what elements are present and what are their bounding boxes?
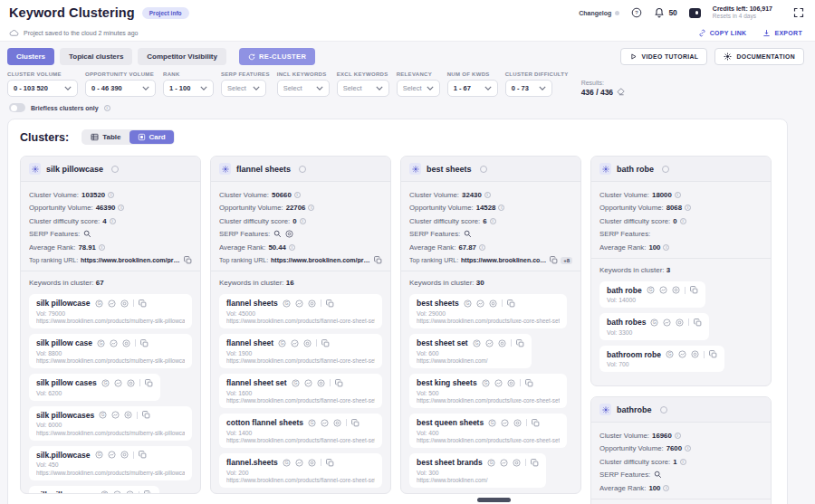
briefless-toggle[interactable] bbox=[9, 103, 25, 112]
video-tutorial-button[interactable]: VIDEO TUTORIAL bbox=[620, 48, 708, 65]
filter-value-box[interactable]: Select bbox=[277, 80, 330, 97]
info-icon[interactable]: i bbox=[680, 218, 686, 224]
filter-value-box[interactable]: Select bbox=[337, 80, 389, 97]
google-search-icon[interactable]: G bbox=[283, 459, 291, 467]
copy-icon[interactable] bbox=[145, 379, 153, 387]
horizontal-scrollbar[interactable] bbox=[477, 498, 511, 502]
copy-icon[interactable] bbox=[532, 419, 540, 427]
tab-clusters[interactable]: Clusters bbox=[7, 48, 54, 65]
info-icon[interactable]: i bbox=[110, 218, 116, 224]
google-search-icon[interactable]: G bbox=[650, 319, 658, 327]
trends-icon[interactable] bbox=[663, 319, 671, 327]
copy-icon[interactable] bbox=[326, 459, 334, 467]
trends-icon[interactable] bbox=[304, 379, 312, 387]
cluster-brief-icon[interactable] bbox=[599, 404, 611, 415]
info-icon[interactable]: i bbox=[104, 105, 110, 111]
google-search-icon[interactable]: G bbox=[666, 350, 674, 358]
serp-feature-search-icon[interactable] bbox=[654, 471, 662, 479]
recluster-button[interactable]: RE-CLUSTER bbox=[239, 48, 315, 65]
copy-icon[interactable] bbox=[351, 419, 360, 427]
trends-icon[interactable] bbox=[485, 339, 494, 347]
intent-icon[interactable] bbox=[489, 300, 497, 308]
intent-icon[interactable] bbox=[513, 459, 521, 467]
trends-icon[interactable] bbox=[295, 300, 303, 308]
trends-icon[interactable] bbox=[476, 300, 484, 308]
cluster-brief-icon[interactable] bbox=[219, 163, 231, 175]
google-search-icon[interactable]: G bbox=[482, 379, 490, 387]
intent-icon[interactable] bbox=[127, 379, 135, 387]
google-search-icon[interactable]: G bbox=[473, 339, 481, 347]
trends-icon[interactable] bbox=[113, 490, 121, 493]
tab-topical-clusters[interactable]: Topical clusters bbox=[60, 48, 132, 65]
clear-filters-icon[interactable] bbox=[617, 88, 625, 96]
copy-icon[interactable] bbox=[516, 339, 524, 347]
intent-icon[interactable] bbox=[691, 350, 699, 358]
serp-feature-search-icon[interactable] bbox=[273, 230, 282, 238]
info-icon[interactable]: i bbox=[685, 445, 691, 452]
notifications-button[interactable]: 50 bbox=[654, 7, 676, 18]
cluster-select-radio[interactable] bbox=[660, 406, 667, 414]
google-search-icon[interactable]: G bbox=[308, 419, 316, 427]
trends-icon[interactable] bbox=[108, 451, 116, 459]
trends-icon[interactable] bbox=[659, 286, 667, 294]
view-card-button[interactable]: Card bbox=[129, 130, 174, 144]
trends-icon[interactable] bbox=[321, 419, 329, 427]
tab-competitor-visibility[interactable]: Competitor Visibility bbox=[138, 48, 226, 65]
trends-icon[interactable] bbox=[295, 459, 303, 467]
google-search-icon[interactable]: G bbox=[292, 379, 300, 387]
trends-icon[interactable] bbox=[108, 300, 116, 308]
copy-icon[interactable] bbox=[184, 256, 192, 264]
export-button[interactable]: EXPORT bbox=[762, 29, 802, 37]
google-search-icon[interactable]: G bbox=[95, 300, 103, 308]
info-icon[interactable]: i bbox=[675, 433, 681, 439]
copy-icon[interactable] bbox=[694, 319, 702, 327]
cluster-select-radio[interactable] bbox=[111, 166, 119, 173]
info-icon[interactable]: i bbox=[663, 244, 669, 251]
intent-icon[interactable] bbox=[308, 300, 316, 308]
info-icon[interactable]: i bbox=[675, 192, 681, 198]
google-search-icon[interactable]: G bbox=[283, 300, 291, 308]
intent-icon[interactable] bbox=[498, 339, 506, 347]
project-info-button[interactable]: Project info bbox=[142, 7, 189, 19]
serp-feature-search-icon[interactable] bbox=[464, 230, 472, 238]
google-search-icon[interactable]: G bbox=[647, 286, 655, 294]
google-search-icon[interactable]: G bbox=[101, 379, 110, 387]
changelog-link[interactable]: Changelog bbox=[579, 10, 619, 16]
more-urls-badge[interactable]: +8 bbox=[561, 257, 572, 264]
info-icon[interactable]: i bbox=[680, 459, 686, 465]
info-icon[interactable]: i bbox=[498, 204, 504, 211]
credits-icon[interactable] bbox=[689, 8, 701, 18]
filter-value-box[interactable]: Select bbox=[397, 80, 440, 97]
intent-icon[interactable] bbox=[120, 451, 129, 459]
filter-value-box[interactable]: 0 - 73 bbox=[505, 80, 552, 97]
filter-value-box[interactable]: 1 - 67 bbox=[447, 80, 498, 97]
copy-icon[interactable] bbox=[142, 411, 150, 419]
copy-icon[interactable] bbox=[525, 379, 533, 387]
view-table-button[interactable]: Table bbox=[82, 130, 129, 144]
info-icon[interactable]: i bbox=[308, 204, 314, 211]
google-search-icon[interactable]: G bbox=[97, 339, 105, 347]
copy-icon[interactable] bbox=[374, 256, 382, 264]
intent-icon[interactable] bbox=[124, 411, 132, 419]
info-icon[interactable]: i bbox=[685, 204, 691, 211]
cluster-select-radio[interactable] bbox=[662, 166, 669, 173]
copy-icon[interactable] bbox=[335, 379, 343, 387]
cluster-select-radio[interactable] bbox=[299, 166, 306, 173]
trends-icon[interactable] bbox=[678, 350, 686, 358]
cluster-brief-icon[interactable] bbox=[599, 163, 611, 175]
filter-value-box[interactable]: 1 - 100 bbox=[163, 80, 214, 97]
google-search-icon[interactable]: G bbox=[487, 459, 495, 467]
intent-icon[interactable] bbox=[120, 300, 129, 308]
copy-icon[interactable] bbox=[144, 490, 152, 493]
google-search-icon[interactable]: G bbox=[99, 411, 107, 419]
documentation-button[interactable]: DOCUMENTATION bbox=[714, 48, 804, 65]
intent-icon[interactable] bbox=[126, 490, 134, 493]
trends-icon[interactable] bbox=[501, 419, 509, 427]
info-icon[interactable]: i bbox=[289, 244, 295, 251]
help-icon[interactable]: ? bbox=[631, 7, 642, 18]
filter-value-box[interactable]: 0 - 46 390 bbox=[85, 80, 156, 97]
google-search-icon[interactable]: G bbox=[488, 419, 496, 427]
filter-value-box[interactable]: 0 - 103 520 bbox=[7, 80, 78, 97]
copy-icon[interactable] bbox=[326, 300, 334, 308]
filter-value-box[interactable]: Select bbox=[221, 80, 266, 97]
